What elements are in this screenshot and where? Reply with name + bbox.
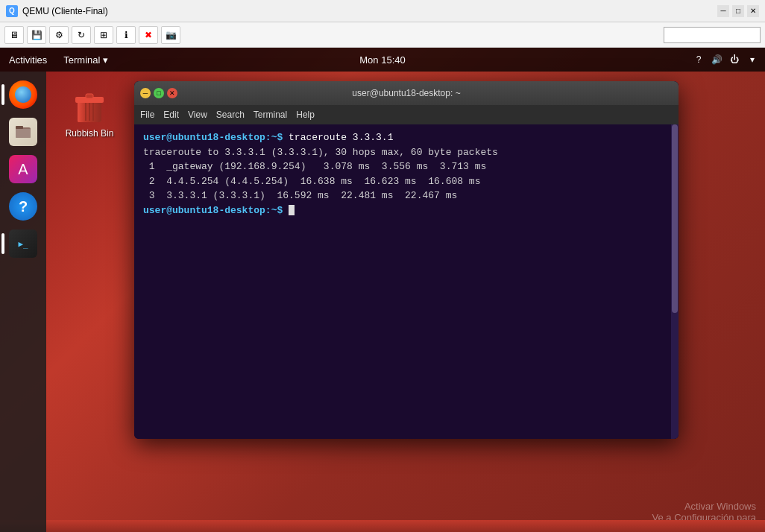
term-output-3: 1 _gateway (192.168.9.254) 3.078 ms 3.55… [143,161,486,172]
gnome-status-area: ? 🔊 ⏻ ▾ [692,53,765,66]
gnome-accessibility-icon[interactable]: ? [692,53,705,66]
term-output-4: 2 4.4.5.254 (4.4.5.254) 16.638 ms 16.623… [143,176,480,187]
qemu-tb-floppy-btn[interactable]: 💾 [27,26,46,44]
terminal-body[interactable]: user@ubuntu18-desktop:~$ traceroute 3.3.… [134,124,679,439]
terminal-line-4: 2 4.4.5.254 (4.4.5.254) 16.638 ms 16.623… [143,174,670,189]
qemu-tb-capture-btn[interactable]: 📷 [161,26,180,44]
rubbish-bin[interactable]: Rubbish Bin [60,86,119,139]
terminal-menu-terminal[interactable]: Terminal [254,110,287,120]
qemu-tb-refresh-btn[interactable]: ↻ [72,26,91,44]
term-command-1: traceroute 3.3.3.1 [283,132,393,143]
terminal-line-2: traceroute to 3.3.3.1 (3.3.3.1), 30 hops… [143,145,670,160]
qemu-minimize-button[interactable]: ─ [717,5,729,17]
appstore-icon: A [9,155,37,183]
term-prompt-2: user@ubuntu18-desktop:~$ [143,205,283,216]
terminal-scrollbar[interactable] [671,124,679,439]
gnome-clock: Mon 15:40 [359,54,405,66]
terminal-line-5: 3 3.3.3.1 (3.3.3.1) 16.592 ms 22.481 ms … [143,189,670,203]
term-output-5: 3 3.3.3.1 (3.3.3.1) 16.592 ms 22.481 ms … [143,190,457,201]
terminal-line-1: user@ubuntu18-desktop:~$ traceroute 3.3.… [143,130,670,145]
vm-content: Activities Terminal ▾ Mon 15:40 ? 🔊 ⏻ ▾ [0,48,765,532]
term-output-2: traceroute to 3.3.3.1 (3.3.3.1), 30 hops… [143,147,498,158]
firefox-icon [9,80,37,109]
terminal-window: ─ □ ✕ user@ubuntu18-desktop: ~ File Edit… [134,81,679,439]
terminal-scroll-thumb[interactable] [672,124,678,313]
terminal-close-button[interactable]: ✕ [167,88,177,98]
dock-appstore[interactable]: A [6,152,40,186]
gnome-power-icon[interactable]: ⏻ [728,53,741,66]
qemu-tb-display-btn[interactable]: 🖥 [4,26,24,44]
gnome-dock: A ? [0,72,46,532]
terminal-menu-help[interactable]: Help [296,110,315,120]
term-cursor [283,205,295,216]
terminal-maximize-button[interactable]: □ [154,88,164,98]
svg-rect-6 [86,94,93,98]
qemu-title-text: QEMU (Cliente-Final) [22,6,108,16]
rubbish-bin-icon [70,86,109,125]
term-prompt-1: user@ubuntu18-desktop:~$ [143,132,283,143]
svg-rect-2 [16,126,23,129]
terminal-minimize-button[interactable]: ─ [140,88,151,98]
qemu-tb-stop-btn[interactable]: ✖ [139,26,158,44]
terminal-title-text: user@ubuntu18-desktop: ~ [177,88,635,98]
qemu-close-button[interactable]: ✕ [747,5,759,17]
qemu-window-controls: ─ □ ✕ [717,5,759,17]
help-icon: ? [9,192,37,221]
firefox-inner [15,86,31,103]
qemu-toolbar: 🖥 💾 ⚙ ↻ ⊞ ℹ ✖ 📷 [0,22,765,48]
qemu-maximize-button[interactable]: □ [732,5,744,17]
files-icon [9,118,37,146]
gnome-activities-button[interactable]: Activities [0,48,56,72]
terminal-menu-search[interactable]: Search [216,110,245,120]
qemu-search-input[interactable] [664,27,761,43]
terminal-menubar: File Edit View Search Terminal Help [134,105,679,124]
qemu-tb-info-btn[interactable]: ℹ [116,26,136,44]
rubbish-bin-label: Rubbish Bin [66,128,114,139]
gnome-menu-arrow[interactable]: ▾ [746,53,759,66]
dock-firefox[interactable] [6,77,40,112]
terminal-menu-edit[interactable]: Edit [163,110,179,120]
terminal-menu-view[interactable]: View [188,110,207,120]
gnome-terminal-menu[interactable]: Terminal ▾ [56,48,116,72]
terminal-menu-file[interactable]: File [140,110,154,120]
dock-terminal[interactable] [6,227,40,261]
qemu-icon: Q [6,5,18,17]
qemu-title-left: Q QEMU (Cliente-Final) [6,5,108,17]
qemu-window: Q QEMU (Cliente-Final) ─ □ ✕ 🖥 💾 ⚙ ↻ ⊞ ℹ… [0,0,765,532]
gnome-terminal-label: Terminal [63,54,100,66]
terminal-dock-icon [9,229,37,258]
gnome-sound-icon[interactable]: 🔊 [710,53,723,66]
qemu-tb-settings-btn[interactable]: ⚙ [49,26,69,44]
terminal-titlebar: ─ □ ✕ user@ubuntu18-desktop: ~ [134,81,679,105]
watermark-line1: Activar Windows [652,501,756,512]
qemu-tb-windows-btn[interactable]: ⊞ [94,26,113,44]
terminal-line-6: user@ubuntu18-desktop:~$ [143,203,670,218]
gnome-topbar: Activities Terminal ▾ Mon 15:40 ? 🔊 ⏻ ▾ [0,48,765,72]
qemu-titlebar: Q QEMU (Cliente-Final) ─ □ ✕ [0,0,765,22]
terminal-line-3: 1 _gateway (192.168.9.254) 3.078 ms 3.55… [143,159,670,174]
gnome-terminal-arrow: ▾ [103,54,108,66]
svg-rect-1 [16,129,31,138]
vm-bottom-bar [0,520,765,532]
dock-files[interactable] [6,115,40,149]
dock-help[interactable]: ? [6,189,40,224]
terminal-window-controls: ─ □ ✕ [140,88,177,98]
